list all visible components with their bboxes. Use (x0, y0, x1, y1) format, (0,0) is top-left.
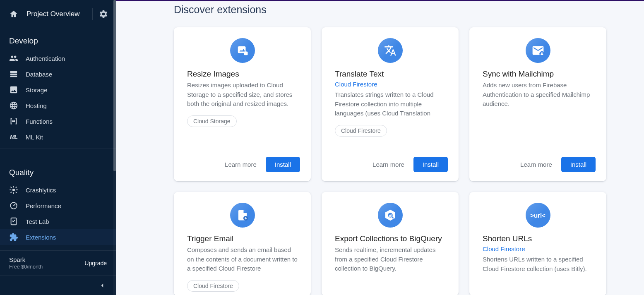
mlkit-icon: ML (9, 132, 18, 142)
extension-card-trigger-email: Trigger Email Composes and sends an emai… (174, 192, 311, 295)
card-title: Export Collections to BigQuery (335, 234, 445, 243)
svg-rect-9 (244, 52, 248, 55)
collapse-sidebar-button[interactable] (0, 275, 116, 295)
install-button[interactable]: Install (413, 157, 448, 172)
extension-icon (9, 233, 18, 242)
database-icon (9, 70, 18, 79)
nav-label: ML Kit (26, 134, 43, 141)
section-quality: Quality (0, 160, 116, 182)
nav-performance[interactable]: Performance (0, 198, 116, 213)
card-subtitle-link[interactable]: Cloud Firestore (335, 81, 445, 88)
card-title: Sync with Mailchimp (483, 70, 593, 79)
nav-storage[interactable]: Storage (0, 82, 116, 98)
nav-label: Performance (26, 202, 61, 209)
extension-card-bigquery-export: Export Collections to BigQuery Sends rea… (322, 192, 459, 295)
svg-point-10 (539, 51, 544, 56)
svg-rect-1 (10, 74, 17, 76)
page-title: Discover extensions (174, 4, 644, 16)
extension-card-translate-text: Translate Text Cloud Firestore Translate… (322, 27, 459, 181)
nav-crashlytics[interactable]: Crashlytics (0, 182, 116, 198)
plan-name: Spark (9, 256, 43, 263)
project-overview-link[interactable]: Project Overview (26, 10, 90, 18)
document-send-icon (230, 203, 255, 228)
extension-card-shorten-urls: >url< Shorten URLs Cloud Firestore Short… (469, 192, 606, 295)
card-desc: Translates strings written to a Cloud Fi… (335, 90, 445, 118)
bigquery-icon (378, 203, 403, 228)
nav-label: Database (26, 71, 52, 78)
settings-button[interactable] (95, 6, 112, 22)
card-desc: Adds new users from Firebase Authenticat… (483, 81, 593, 109)
svg-rect-2 (10, 76, 17, 77)
svg-point-12 (243, 216, 248, 221)
nav-database[interactable]: Database (0, 66, 116, 82)
nav-testlab[interactable]: Test Lab (0, 213, 116, 229)
svg-point-13 (388, 213, 392, 217)
install-button[interactable]: Install (561, 157, 596, 172)
sidebar-scrollbar[interactable] (113, 0, 116, 295)
svg-point-3 (12, 121, 13, 122)
nav-label: Test Lab (26, 218, 49, 225)
card-title: Translate Text (335, 70, 445, 79)
nav-label: Hosting (26, 102, 47, 109)
nav-label: Authentication (26, 55, 65, 62)
tag-chip[interactable]: Cloud Storage (187, 115, 237, 127)
chevron-left-icon (99, 282, 106, 289)
main-content: Discover extensions Resize Images Resize… (116, 0, 644, 295)
image-icon (9, 85, 18, 94)
tag-chip[interactable]: Cloud Firestore (335, 125, 387, 137)
extension-card-sync-mailchimp: Sync with Mailchimp Adds new users from … (469, 27, 606, 181)
nav-label: Storage (26, 86, 48, 94)
card-title: Shorten URLs (483, 234, 593, 243)
learn-more-link[interactable]: Learn more (372, 161, 404, 168)
translate-icon (378, 38, 403, 63)
upgrade-button[interactable]: Upgrade (84, 260, 107, 266)
extensions-grid: Resize Images Resizes images uploaded to… (174, 27, 644, 295)
install-button[interactable]: Install (266, 157, 300, 172)
gear-icon (99, 10, 108, 19)
svg-point-4 (14, 121, 15, 122)
sidebar-header: Project Overview (0, 0, 116, 28)
crash-icon (9, 185, 18, 194)
globe-icon (9, 101, 18, 110)
nav-functions[interactable]: Functions (0, 113, 116, 129)
nav-authentication[interactable]: Authentication (0, 50, 116, 66)
learn-more-link[interactable]: Learn more (225, 161, 257, 168)
card-subtitle-link[interactable]: Cloud Firestore (483, 245, 593, 252)
plan-bar: Spark Free $0/month Upgrade (0, 250, 116, 275)
card-title: Trigger Email (187, 234, 298, 243)
url-icon: >url< (526, 203, 550, 228)
people-icon (9, 54, 18, 63)
nav-label: Functions (26, 118, 53, 125)
nav-label: Crashlytics (26, 187, 56, 194)
card-desc: Shortens URLs written to a specified Clo… (483, 255, 593, 273)
divider (92, 8, 93, 20)
card-desc: Composes and sends an email based on the… (187, 245, 298, 273)
learn-more-link[interactable]: Learn more (520, 161, 552, 168)
tag-chip[interactable]: Cloud Firestore (187, 280, 239, 292)
plan-sub: Free $0/month (9, 264, 43, 270)
svg-point-11 (541, 52, 543, 54)
gauge-icon (9, 201, 18, 210)
nav-hosting[interactable]: Hosting (0, 98, 116, 113)
nav-mlkit[interactable]: ML ML Kit (0, 129, 116, 145)
section-develop: Develop (0, 28, 116, 50)
card-desc: Sends realtime, incremental updates from… (335, 245, 445, 273)
nav-label: Extensions (26, 234, 56, 241)
card-desc: Resizes images uploaded to Cloud Storage… (187, 81, 298, 109)
svg-point-5 (12, 189, 15, 191)
mail-user-icon (526, 38, 550, 63)
checklist-icon (9, 217, 18, 226)
functions-icon (9, 117, 18, 126)
card-title: Resize Images (187, 70, 298, 79)
svg-rect-8 (238, 46, 245, 53)
extension-card-resize-images: Resize Images Resizes images uploaded to… (174, 27, 311, 181)
image-resize-icon (230, 38, 255, 63)
home-icon[interactable] (9, 10, 18, 19)
svg-rect-0 (10, 71, 17, 73)
sidebar: Project Overview Develop Authentication … (0, 0, 116, 295)
nav-extensions[interactable]: Extensions (0, 229, 116, 245)
